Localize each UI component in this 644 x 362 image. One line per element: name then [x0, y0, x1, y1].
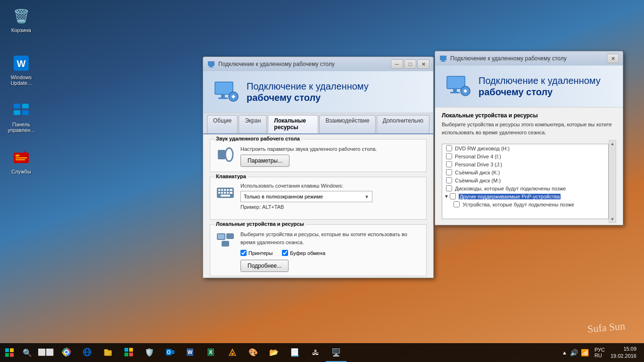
taskbar: 🔍 ⬜⬜	[0, 343, 644, 362]
svg-rect-3	[22, 104, 29, 108]
expand-icon: ▼	[444, 194, 449, 199]
svg-rect-26	[218, 192, 220, 194]
taskbar-chrome[interactable]	[56, 343, 77, 362]
desktop-icon-windows-update[interactable]: W Windows Update...	[5, 52, 38, 88]
desktop-icon-control-panel[interactable]: Панель управлен...	[5, 99, 38, 135]
tray-chevron-icon[interactable]: ▲	[562, 350, 567, 355]
recycle-bin-label: Корзина	[11, 27, 31, 33]
svg-rect-35	[222, 241, 229, 247]
secondary-close-button[interactable]: ✕	[607, 54, 619, 63]
taskbar-excel[interactable]: X	[201, 343, 222, 362]
svg-rect-5	[22, 110, 29, 115]
dropdown-arrow-icon: ▼	[364, 194, 369, 199]
resources-icon	[216, 230, 235, 251]
svg-rect-64	[171, 350, 174, 354]
device-dvd-rw[interactable]: DVD RW дисковод (H:)	[442, 144, 608, 152]
taskbar-word[interactable]: W	[181, 343, 201, 362]
taskbar-network[interactable]: 🖧	[305, 343, 326, 362]
svg-rect-40	[447, 77, 464, 88]
scroll-down-icon[interactable]: ▼	[611, 217, 615, 222]
tray-volume-icon[interactable]: 🔊	[570, 349, 578, 356]
svg-text:W: W	[188, 349, 193, 355]
minimize-button[interactable]: ─	[391, 59, 403, 69]
svg-rect-31	[221, 195, 230, 197]
local-devices-section: Локальные устройства и ресурсы Выберите …	[210, 224, 427, 276]
clipboard-checkbox[interactable]: Буфер обмена	[282, 250, 325, 256]
tab-general[interactable]: Общие	[207, 115, 238, 133]
device-personal-drive-4[interactable]: Personal Drive 4 (I:)	[442, 152, 608, 160]
tab-interaction[interactable]: Взаимодействие	[319, 115, 375, 133]
control-panel-icon	[12, 101, 31, 120]
svg-rect-18	[218, 150, 225, 159]
svg-rect-24	[227, 189, 229, 191]
svg-rect-11	[210, 66, 213, 67]
system-clock[interactable]: 15:09 19.02.2016	[607, 346, 640, 360]
language-indicator[interactable]: РУС RU	[593, 347, 607, 358]
taskbar-rdp-active[interactable]: 🖥️	[326, 343, 347, 362]
sound-params-button[interactable]: Параметры...	[240, 155, 289, 167]
device-pnp-expand[interactable]: ▼ Другие поддерживаемые PnP-устройства	[442, 192, 608, 200]
keyboard-dropdown-value[interactable]: Только в полноэкранном режиме ▼	[240, 191, 372, 202]
desktop-icon-recycle-bin[interactable]: 🗑️ Корзина	[5, 5, 38, 35]
rdp-title-icon	[207, 60, 215, 68]
devices-list-container: DVD RW дисковод (H:) Personal Drive 4 (I…	[442, 140, 616, 223]
recycle-bin-icon: 🗑️	[12, 7, 31, 25]
desktop-signature: Sufa Sun	[587, 320, 626, 336]
taskbar-vlc[interactable]	[222, 343, 243, 362]
taskbar-notepad[interactable]: 📃	[284, 343, 305, 362]
tab-screen[interactable]: Экран	[239, 115, 267, 133]
local-devices-desc: Выберите устройства и ресурсы этого комп…	[442, 121, 616, 136]
rdp-secondary-controls: ✕	[607, 54, 619, 63]
svg-rect-34	[226, 233, 234, 239]
taskbar-paint[interactable]: 🎨	[243, 343, 264, 362]
sound-icon	[216, 145, 235, 168]
device-removable-m[interactable]: Съёмный диск (M:)	[442, 176, 608, 184]
svg-text:X: X	[209, 349, 213, 355]
taskbar-ie[interactable]	[77, 343, 98, 362]
rdp-secondary-window: Подключение к удаленному рабочему столу …	[435, 51, 623, 225]
taskbar-outlook[interactable]: O	[160, 343, 181, 362]
close-button[interactable]: ✕	[417, 59, 429, 69]
svg-rect-42	[450, 92, 460, 93]
rdp-main-controls: ─ □ ✕	[391, 59, 429, 69]
tab-advanced[interactable]: Дополнительно	[377, 115, 429, 133]
scrollbar[interactable]: ▲ ▼	[609, 140, 616, 223]
device-personal-drive-3[interactable]: Personal Drive 3 (J:)	[442, 160, 608, 168]
sound-section-label: Звук удаленного рабочего стола	[214, 136, 302, 141]
windows-update-icon: W	[12, 54, 31, 73]
printers-checkbox[interactable]: Принтеры	[240, 250, 272, 256]
svg-rect-58	[124, 348, 128, 352]
svg-rect-59	[129, 348, 133, 352]
keyboard-icon	[216, 183, 235, 203]
local-devices-description: Выберите устройства и ресурсы, которые в…	[240, 230, 421, 246]
start-button[interactable]	[0, 343, 19, 362]
rdp-main-titlebar[interactable]: Подключение к удаленному рабочему столу …	[203, 57, 433, 71]
svg-rect-45	[10, 348, 14, 352]
desktop-icon-services[interactable]: Службы	[5, 146, 38, 176]
device-removable-k[interactable]: Съёмный диск (K:)	[442, 168, 608, 176]
svg-rect-7	[16, 155, 19, 156]
svg-rect-30	[230, 192, 232, 194]
control-panel-label: Панель управлен...	[7, 122, 36, 133]
taskbar-files2[interactable]: 📂	[264, 343, 284, 362]
tab-local-resources[interactable]: Локальные ресурсы	[268, 115, 318, 133]
details-button[interactable]: Подробнее...	[240, 260, 289, 272]
taskbar-search-button[interactable]: 🔍	[19, 343, 35, 362]
device-future-pnp[interactable]: Устройства, которые будут подключены поз…	[442, 200, 608, 208]
tray-network-icon[interactable]: 📶	[581, 349, 589, 356]
device-future-drives[interactable]: Дисководы, которые будут подключены позж…	[442, 184, 608, 192]
taskbar-avast[interactable]: 🛡️	[139, 343, 160, 362]
svg-text:W: W	[17, 58, 26, 69]
taskbar-store[interactable]	[118, 343, 139, 362]
rdp-logo	[213, 79, 239, 105]
taskbar-explorer[interactable]	[98, 343, 118, 362]
maximize-button[interactable]: □	[404, 59, 416, 69]
desktop: 🗑️ Корзина W Windows Update... Панель уп…	[0, 0, 644, 362]
svg-rect-25	[230, 189, 232, 191]
scroll-up-icon[interactable]: ▲	[611, 141, 615, 146]
svg-rect-10	[208, 61, 215, 66]
rdp-secondary-titlebar[interactable]: Подключение к удаленному рабочему столу …	[435, 51, 623, 66]
svg-rect-12	[209, 67, 214, 67]
taskbar-task-view[interactable]: ⬜⬜	[35, 343, 56, 362]
keyboard-dropdown[interactable]: Только в полноэкранном режиме ▼	[240, 191, 421, 202]
